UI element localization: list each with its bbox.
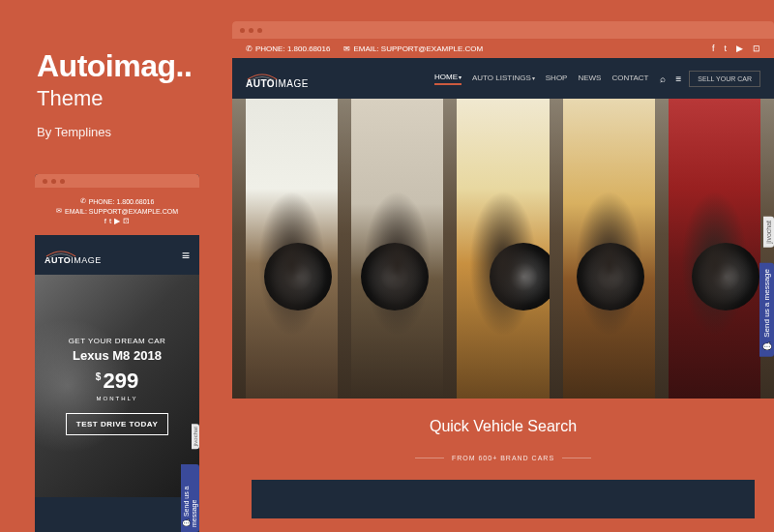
browser-chrome [232, 21, 774, 39]
logo[interactable]: AUTOIMAGE [246, 68, 309, 89]
phone-icon: ✆ [80, 197, 86, 205]
desktop-preview: ✆ PHONE: 1.800.68016 ✉ EMAIL: SUPPORT@EX… [232, 21, 774, 532]
car-wheel [577, 243, 644, 310]
mobile-navbar: AUTOIMAGE ≡ [35, 235, 199, 275]
hero-slice [457, 99, 549, 399]
hero-model: Lexus M8 2018 [73, 348, 162, 363]
phone-icon: ✆ [246, 44, 253, 53]
chat-icon: 💬 [762, 341, 771, 351]
currency-symbol: $ [96, 371, 102, 382]
menu-icon[interactable]: ≡ [676, 74, 682, 84]
nav-news[interactable]: NEWS [578, 74, 601, 84]
car-wheel [490, 243, 550, 310]
jivochat-label: jivochat [763, 217, 774, 248]
main-navbar: AUTOIMAGE HOME▾ AUTO LISTINGS▾ SHOP NEWS… [232, 58, 774, 99]
car-wheel [264, 243, 332, 310]
nav-home[interactable]: HOME▾ [434, 73, 461, 85]
vehicle-search-section: Quick Vehicle Search FROM 600+ BRAND CAR… [232, 399, 774, 518]
hero-slice [563, 99, 655, 399]
mobile-preview: ✆ PHONE: 1.800.68016 ✉ EMAIL: SUPPORT@EX… [35, 174, 199, 532]
twitter-icon[interactable]: t [109, 217, 111, 225]
sell-your-car-button[interactable]: SELL YOUR CAR [689, 71, 760, 87]
mobile-top-bar: ✆ PHONE: 1.800.68016 ✉ EMAIL: SUPPORT@EX… [35, 188, 199, 235]
chrome-dot [43, 179, 47, 184]
hero-slice [669, 99, 760, 399]
hero-slice [246, 99, 338, 399]
nav-contact[interactable]: CONTACT [611, 74, 648, 84]
twitter-icon[interactable]: t [724, 44, 727, 53]
email-icon: ✉ [56, 207, 62, 215]
car-wheel [361, 243, 429, 310]
chevron-down-icon: ▾ [459, 74, 461, 80]
chat-icon: 💬 [183, 518, 190, 527]
theme-subtitle: Theme [37, 86, 192, 111]
email-contact[interactable]: ✉ EMAIL: SUPPORT@EXAMPLE.COM [343, 44, 483, 53]
chevron-down-icon: ▾ [532, 75, 535, 81]
hero-tagline: GET YOUR DREAM CAR [69, 337, 166, 345]
facebook-icon[interactable]: f [104, 217, 106, 225]
mobile-email[interactable]: ✉ EMAIL: SUPPORT@EXAMPLE.COM [39, 207, 195, 215]
theme-title-block: Autoimag.. Theme By Templines [37, 48, 192, 139]
search-form[interactable] [252, 480, 755, 518]
search-title: Quick Vehicle Search [232, 418, 774, 435]
chrome-dot [240, 28, 245, 33]
theme-name: Autoimag.. [37, 48, 192, 84]
youtube-icon[interactable]: ▶ [114, 217, 120, 225]
hero-slice [351, 99, 443, 399]
chrome-dot [249, 28, 253, 33]
theme-author: By Templines [37, 125, 192, 139]
jivochat-label: jivochat [192, 424, 199, 449]
jivochat-widget[interactable]: 💬 Send us a message [181, 464, 199, 532]
logo-arc-icon [45, 245, 77, 254]
browser-chrome [35, 174, 199, 188]
hero-price: $299 [96, 369, 138, 394]
test-drive-button[interactable]: TEST DRIVE TODAY [66, 413, 168, 435]
mobile-hero: GET YOUR DREAM CAR Lexus M8 2018 $299 MO… [35, 275, 199, 497]
chrome-dot [51, 179, 56, 184]
youtube-icon[interactable]: ▶ [736, 44, 743, 53]
nav-menu: HOME▾ AUTO LISTINGS▾ SHOP NEWS CONTACT ⌕… [434, 73, 681, 85]
phone-contact[interactable]: ✆ PHONE: 1.800.68016 [246, 44, 330, 53]
hero-carousel[interactable] [232, 99, 774, 399]
top-contact-bar: ✆ PHONE: 1.800.68016 ✉ EMAIL: SUPPORT@EX… [232, 39, 774, 58]
jivochat-widget[interactable]: 💬 Send us a message [759, 263, 774, 357]
chrome-dot [257, 28, 262, 33]
facebook-icon[interactable]: f [712, 44, 715, 53]
nav-shop[interactable]: SHOP [546, 74, 568, 84]
car-wheel [692, 243, 759, 310]
price-period: MONTHLY [97, 396, 138, 401]
instagram-icon[interactable]: ⊡ [123, 217, 130, 225]
nav-auto-listings[interactable]: AUTO LISTINGS▾ [472, 74, 535, 84]
mobile-logo[interactable]: AUTOIMAGE [45, 245, 102, 265]
logo-arc-icon [246, 68, 279, 77]
instagram-icon[interactable]: ⊡ [753, 44, 760, 53]
email-icon: ✉ [343, 44, 350, 53]
search-subtitle: FROM 600+ BRAND CARS [415, 455, 591, 461]
hamburger-icon[interactable]: ≡ [182, 248, 190, 263]
chrome-dot [60, 179, 65, 184]
search-icon[interactable]: ⌕ [660, 74, 666, 84]
mobile-phone[interactable]: ✆ PHONE: 1.800.68016 [39, 197, 195, 205]
